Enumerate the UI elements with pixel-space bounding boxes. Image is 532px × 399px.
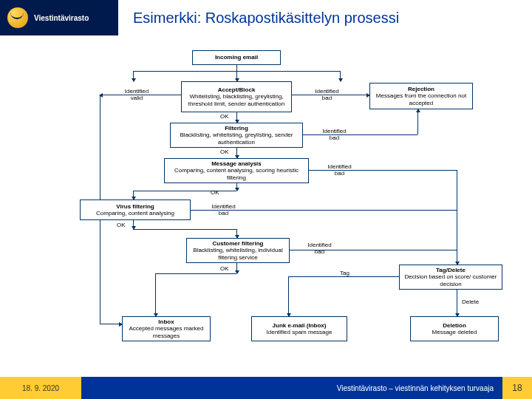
arrow xyxy=(133,220,134,229)
footer-slogan: Viestintävirasto – viestinnän kehityksen… xyxy=(81,377,502,399)
node-accept-title: Accept/Block xyxy=(185,86,288,93)
arrow xyxy=(236,112,237,123)
page-title: Esimerkki: Roskapostikäsittelyn prosessi xyxy=(118,10,399,27)
label-ok-4: OK xyxy=(117,222,126,229)
node-deletion-title: Deletion xyxy=(414,322,495,329)
node-tag-delete: Tag/Delete Decision based on score/ cust… xyxy=(399,265,502,290)
node-incoming: Incoming email xyxy=(192,50,281,65)
label-ok-2: OK xyxy=(220,149,229,156)
connector xyxy=(133,229,236,230)
globe-icon xyxy=(7,7,28,28)
node-deletion: Deletion Message deleted xyxy=(410,316,499,341)
node-inbox: Inbox Accepted messages marked messages xyxy=(122,316,211,341)
node-junk-desc: Identified spam message xyxy=(255,329,344,335)
arrow xyxy=(133,71,134,81)
node-rejection-desc: Messages from the connection not accepte… xyxy=(373,92,469,106)
node-inbox-title: Inbox xyxy=(126,318,207,325)
arrow xyxy=(457,290,457,316)
node-tagdel-desc: Decision based on score/ customer decisi… xyxy=(403,273,499,287)
label-delete: Delete xyxy=(462,299,479,306)
arrow xyxy=(340,71,341,81)
header: Viestintävirasto Esimerkki: Roskapostikä… xyxy=(0,0,532,35)
label-id-bad-5: Identified bad xyxy=(299,242,340,256)
node-rejection: Rejection Messages from the connection n… xyxy=(369,83,473,109)
node-deletion-desc: Message deleted xyxy=(414,329,495,335)
connector xyxy=(133,191,236,191)
node-msganal-title: Message analysis xyxy=(168,160,305,167)
node-customer-filtering: Customer filtering Blacklisting, whiteli… xyxy=(186,238,290,263)
connector xyxy=(309,170,457,171)
brand-text: Viestintävirasto xyxy=(34,14,89,22)
node-virus-filtering: Virus filtering Comparing, content analy… xyxy=(80,200,191,220)
node-accept-desc: Whitelisting, blacklisting, greylisting,… xyxy=(185,93,288,106)
node-incoming-title: Incoming email xyxy=(196,54,277,61)
node-virus-desc: Comparing, content analysing xyxy=(83,210,187,216)
arrow xyxy=(288,276,289,316)
footer: 18. 9. 2020 Viestintävirasto – viestinnä… xyxy=(0,377,532,399)
node-customer-title: Customer filtering xyxy=(190,240,286,247)
footer-page: 18 xyxy=(502,377,532,399)
arrow xyxy=(236,183,237,191)
arrow xyxy=(100,324,122,324)
node-filtering-title: Filtering xyxy=(174,125,299,132)
node-rejection-title: Rejection xyxy=(373,86,469,92)
node-filtering-desc: Blacklisting, whitelisting, greylisting,… xyxy=(174,132,299,145)
label-ok-3: OK xyxy=(211,190,219,197)
arrow xyxy=(236,229,237,238)
node-virus-title: Virus filtering xyxy=(83,203,187,210)
connector xyxy=(290,250,457,250)
node-junk: Junk e-mail (Inbox) Identified spam mess… xyxy=(251,316,347,341)
arrow xyxy=(457,250,457,265)
arrow xyxy=(155,273,156,316)
arrow xyxy=(236,148,237,158)
connector xyxy=(155,273,236,274)
node-inbox-desc: Accepted messages marked messages xyxy=(126,325,207,338)
node-message-analysis: Message analysis Comparing, content anal… xyxy=(164,158,309,183)
connector xyxy=(288,276,399,277)
arrow xyxy=(133,191,134,200)
connector xyxy=(236,65,237,71)
node-tagdel-title: Tag/Delete xyxy=(403,267,499,273)
footer-date: 18. 9. 2020 xyxy=(0,377,81,399)
flowchart: Incoming email Identified valid Accept/B… xyxy=(0,44,532,369)
brand-block: Viestintävirasto xyxy=(0,0,118,35)
connector xyxy=(303,134,417,135)
node-accept-block: Accept/Block Whitelisting, blacklisting,… xyxy=(181,81,292,112)
node-msganal-desc: Comparing, content analysing, scoring he… xyxy=(168,167,305,180)
connector xyxy=(417,109,418,134)
node-filtering: Filtering Blacklisting, whitelisting, gr… xyxy=(170,123,303,148)
arrow xyxy=(100,95,181,95)
node-junk-title: Junk e-mail (Inbox) xyxy=(255,322,344,329)
arrow xyxy=(236,263,237,273)
node-customer-desc: Blacklisting, whitelisting, individual f… xyxy=(190,247,286,260)
label-ok-1: OK xyxy=(220,114,229,120)
arrow xyxy=(236,71,237,81)
label-ok-5: OK xyxy=(220,266,229,273)
connector xyxy=(191,210,457,211)
arrow xyxy=(292,95,369,95)
